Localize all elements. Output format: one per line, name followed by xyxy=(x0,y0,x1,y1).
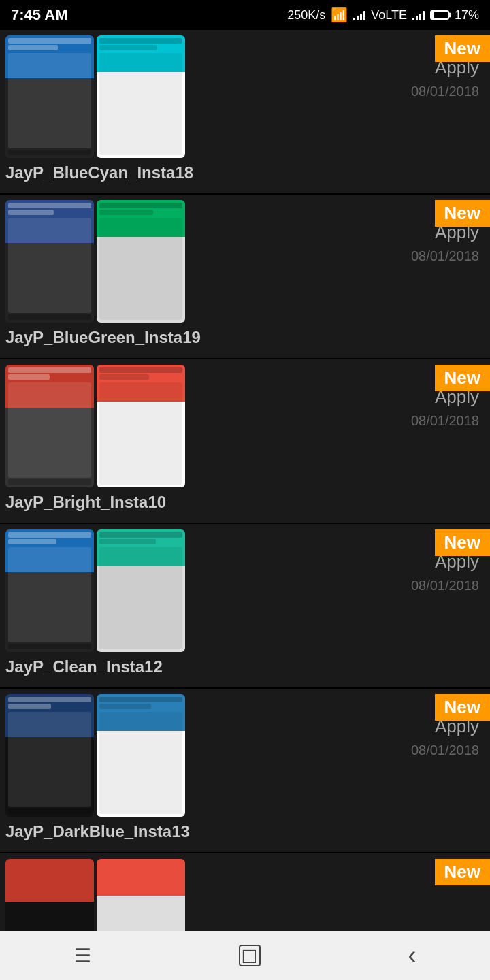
theme-item-6: New xyxy=(0,853,490,942)
theme-name-1: JayP_BlueCyan_Insta18 xyxy=(0,161,490,188)
theme-list: New Apply 08/01/2018 Ja xyxy=(0,30,490,980)
new-badge-3: New xyxy=(435,365,490,391)
wifi-icon: 📶 xyxy=(331,7,348,23)
theme-date-1: 08/01/2018 xyxy=(411,84,479,99)
back-button[interactable]: ‹ xyxy=(408,941,416,970)
new-badge-6: New xyxy=(435,859,490,885)
theme-name-3: JayP_Bright_Insta10 xyxy=(0,490,490,517)
signal-icon xyxy=(353,10,365,20)
theme-name-2: JayP_BlueGreen_Insta19 xyxy=(0,325,490,353)
preview-right-3 xyxy=(97,365,185,487)
volte-label: VoLTE xyxy=(371,8,407,22)
theme-date-3: 08/01/2018 xyxy=(411,413,479,428)
theme-item-3: New Apply 08/01/2018 Ja xyxy=(0,359,490,524)
theme-item-5: New Apply 08/01/2018 Ja xyxy=(0,689,490,853)
new-badge-1: New xyxy=(435,35,490,62)
theme-previews-2 xyxy=(0,195,197,325)
theme-meta-1: Apply 08/01/2018 xyxy=(411,57,479,99)
theme-item-2: New Apply 08/01/2018 Ja xyxy=(0,195,490,359)
status-time: 7:45 AM xyxy=(11,6,68,24)
preview-left-4 xyxy=(5,529,94,652)
preview-right-1 xyxy=(97,35,185,158)
menu-button[interactable]: ☰ xyxy=(74,945,91,967)
preview-right-6 xyxy=(97,859,185,942)
home-button[interactable]: □ xyxy=(239,945,261,966)
preview-right-2 xyxy=(97,200,185,323)
theme-date-4: 08/01/2018 xyxy=(411,578,479,593)
theme-name-5: JayP_DarkBlue_Insta13 xyxy=(0,819,490,847)
theme-item-4: New Apply 08/01/2018 Ja xyxy=(0,524,490,689)
theme-date-2: 08/01/2018 xyxy=(411,248,479,263)
preview-right-5 xyxy=(97,694,185,817)
preview-left-1 xyxy=(5,35,94,158)
preview-left-6 xyxy=(5,859,94,942)
theme-previews-3 xyxy=(0,359,197,490)
battery-icon xyxy=(430,10,449,20)
new-badge-5: New xyxy=(435,694,490,721)
preview-left-3 xyxy=(5,365,94,487)
theme-previews-6 xyxy=(0,853,197,942)
theme-meta-4: Apply 08/01/2018 xyxy=(411,551,479,593)
signal2-icon xyxy=(412,10,425,20)
theme-meta-5: Apply 08/01/2018 xyxy=(411,716,479,758)
theme-date-5: 08/01/2018 xyxy=(411,742,479,757)
battery-percent: 17% xyxy=(455,8,479,22)
new-badge-2: New xyxy=(435,200,490,227)
theme-meta-2: Apply 08/01/2018 xyxy=(411,222,479,264)
theme-name-4: JayP_Clean_Insta12 xyxy=(0,655,490,682)
theme-previews-5 xyxy=(0,689,197,819)
preview-left-5 xyxy=(5,694,94,817)
theme-item-1: New Apply 08/01/2018 Ja xyxy=(0,30,490,195)
navigation-bar: ☰ □ ‹ xyxy=(0,931,490,980)
data-speed: 250K/s xyxy=(287,8,325,22)
preview-right-4 xyxy=(97,529,185,652)
preview-left-2 xyxy=(5,200,94,323)
theme-previews-4 xyxy=(0,524,197,655)
theme-previews-1 xyxy=(0,30,197,161)
new-badge-4: New xyxy=(435,529,490,556)
status-bar: 7:45 AM 250K/s 📶 VoLTE 17% xyxy=(0,0,490,30)
status-right: 250K/s 📶 VoLTE 17% xyxy=(287,7,479,23)
theme-meta-3: Apply 08/01/2018 xyxy=(411,387,479,429)
